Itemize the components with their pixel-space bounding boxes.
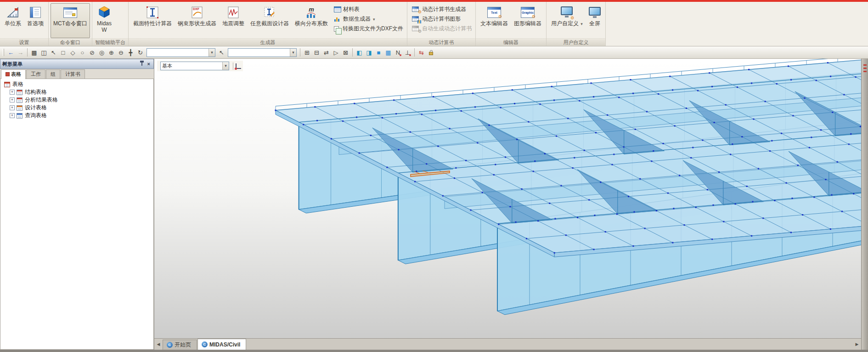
tree-item[interactable]: + 结构表格 <box>1 88 152 96</box>
plane-icon[interactable] <box>236 63 241 69</box>
tendon-shape-generator-button[interactable]: DXF 钢束形状生成器 <box>175 3 219 38</box>
element-number-icon[interactable]: ⊥ <box>403 48 412 57</box>
expander-icon[interactable]: + <box>10 97 15 102</box>
close-icon[interactable]: × <box>146 61 152 67</box>
view-toolbar: 基本 ▾ <box>157 61 243 71</box>
preferences-icon <box>30 7 41 18</box>
render-view-icon[interactable]: ■ <box>374 48 383 57</box>
lateral-distribution-factor-button[interactable]: m 横向分布系数 <box>292 3 331 38</box>
forward-icon[interactable]: → <box>16 48 25 57</box>
deactivate-icon[interactable]: ⊟ <box>312 48 321 57</box>
zoom-previous-icon[interactable]: ⊠ <box>341 48 350 57</box>
redraw-icon[interactable]: ▩ <box>29 48 39 57</box>
arbitrary-section-designer-button[interactable]: 任意截面设计器 <box>248 3 292 38</box>
document-tab[interactable]: C 开始页 <box>163 340 197 350</box>
expander-icon[interactable]: + <box>10 113 15 118</box>
named-view-combobox[interactable]: 基本 ▾ <box>160 62 229 70</box>
auto-generate-report-button[interactable]: ⚙ 自动生成动态计算书 <box>412 24 472 33</box>
pick-cursor-icon[interactable]: ↖ <box>217 48 226 57</box>
tree-tab[interactable]: 组 <box>46 69 60 79</box>
tree-item[interactable]: + 分析结果表格 <box>1 96 152 104</box>
group-caption-command-window: 命令窗口 <box>49 38 92 46</box>
expander-icon[interactable]: + <box>10 105 15 110</box>
convert-export-icon[interactable]: ⇆ <box>417 48 426 57</box>
combo-arrow-icon[interactable]: ▾ <box>290 49 296 57</box>
rotate-icon[interactable]: ↻ <box>135 48 145 57</box>
toolbar-separator <box>414 48 415 57</box>
node-number-icon[interactable]: N <box>393 48 403 57</box>
hidden-view-icon[interactable]: ▦ <box>383 48 393 57</box>
fullscreen-button[interactable]: 全屏 <box>586 3 603 38</box>
pan-icon[interactable]: ╋ <box>126 48 135 57</box>
data-generator-button[interactable]: 数据生成器 ▾ <box>334 15 403 23</box>
select-circle-icon[interactable]: ○ <box>78 48 87 57</box>
tree-item[interactable]: + 查询表格 <box>1 112 152 119</box>
tab-scroll-left-button[interactable]: ◀ <box>154 339 163 350</box>
table-icon <box>17 113 23 119</box>
tree-item[interactable]: + 表格 <box>1 80 152 88</box>
ribbon: 单位系 首选项 设置 MCT命令窗口 命令窗口 Midas W <box>0 2 868 46</box>
select-polygon-icon[interactable]: ◇ <box>68 48 78 57</box>
tree-tab[interactable]: 计算书 <box>61 69 85 79</box>
text-editor-button[interactable]: Text ⚙ 文本编辑器 <box>478 3 511 38</box>
select-pick-icon[interactable]: ◎ <box>97 48 107 57</box>
group-caption-settings: 设置 <box>0 38 48 46</box>
select-icon[interactable]: ↖ <box>49 48 58 57</box>
select-window-icon[interactable]: □ <box>58 48 68 57</box>
distribution-factor-icon: m <box>306 6 316 18</box>
group-caption-generators: 生成器 <box>129 38 407 46</box>
auto-report-icon: ⚙ <box>412 26 420 32</box>
tree-tab[interactable]: 工作 <box>26 69 45 79</box>
back-icon[interactable]: ← <box>6 48 16 57</box>
tree-item[interactable]: + 设计表格 <box>1 104 152 112</box>
tree-panel-title: 树形菜单 <box>2 61 140 68</box>
model-view[interactable]: 基本 ▾ ◀ C 开始页 C MIDAS/Civil ▶ <box>154 59 861 350</box>
group-caption-user-custom: 用户自定义 <box>547 38 605 46</box>
activate-icon[interactable]: ⊞ <box>302 48 312 57</box>
units-button[interactable]: 单位系 <box>2 3 24 38</box>
seismic-adjustment-button[interactable]: 地震调整 <box>220 3 247 38</box>
group-caption-dynamic-report: 动态计算书 <box>407 38 475 46</box>
ribbon-group-smart-platform: Midas W 智能辅助平台 <box>92 2 129 46</box>
arbitrary-section-icon <box>264 5 276 20</box>
expander-icon[interactable]: + <box>10 90 15 95</box>
shrink-icon[interactable]: ◧ <box>355 48 364 57</box>
right-edge-strip[interactable] <box>861 59 868 350</box>
dropdown-arrow-icon: ▾ <box>373 17 375 22</box>
group-caption-editors: 编辑器 <box>476 38 546 46</box>
dynamic-report-graphic-button[interactable]: 动态计算书图形 <box>412 15 472 23</box>
graphic-editor-button[interactable]: Graphic ⚙ 图形编辑器 <box>511 3 544 38</box>
section-property-calculator-button[interactable]: 截面特性计算器 <box>130 3 175 38</box>
user-custom-button[interactable]: ⚙ 用户自定义 ▾ <box>548 3 586 38</box>
pin-icon[interactable] <box>141 62 142 66</box>
activate-identity-icon[interactable]: ⇄ <box>321 48 331 57</box>
monitor-icon <box>589 7 601 16</box>
document-tab[interactable]: C MIDAS/Civil <box>197 339 246 350</box>
zoom-out-icon[interactable]: ⊖ <box>116 48 126 57</box>
active-all-icon[interactable]: ▷ <box>331 48 341 57</box>
civil-logo-icon: C <box>202 341 208 347</box>
toolbar-grip <box>3 49 4 56</box>
tree-tab[interactable]: 表格 <box>1 69 26 79</box>
window-layout-icon[interactable]: ◫ <box>39 48 49 57</box>
combo-arrow-icon[interactable]: ▾ <box>222 62 229 70</box>
zoom-window-icon[interactable]: ⊕ <box>107 48 116 57</box>
dynamic-report-generator-button[interactable]: ⚙ 动态计算书生成器 <box>412 5 472 14</box>
model-canvas[interactable] <box>154 59 861 338</box>
select-intersect-icon[interactable]: ⊘ <box>87 48 97 57</box>
mct-command-window-button[interactable]: MCT命令窗口 <box>51 3 90 38</box>
convert-to-dxf-button[interactable]: 转换图元文件为DXF文件 <box>334 24 403 33</box>
preferences-button[interactable]: 首选项 <box>24 3 46 38</box>
ribbon-group-command-window: MCT命令窗口 命令窗口 <box>49 2 92 46</box>
toolbar-separator <box>27 48 28 57</box>
material-table-button[interactable]: 材料表 <box>334 5 403 14</box>
filter-combobox[interactable]: ▾ <box>228 48 297 57</box>
midas-w-button[interactable]: Midas W <box>94 3 114 38</box>
ribbon-group-generators: 截面特性计算器 DXF 钢束形状生成器 地震调整 任意截面设计器 <box>129 2 407 46</box>
perspective-icon[interactable]: ◨ <box>364 48 374 57</box>
tab-scroll-right-button[interactable]: ▶ <box>853 339 861 350</box>
selection-combobox[interactable]: ▾ <box>147 48 215 57</box>
combo-arrow-icon[interactable]: ▾ <box>209 49 215 57</box>
lock-icon[interactable] <box>426 48 436 57</box>
document-tab-bar: ◀ C 开始页 C MIDAS/Civil ▶ <box>154 338 861 350</box>
